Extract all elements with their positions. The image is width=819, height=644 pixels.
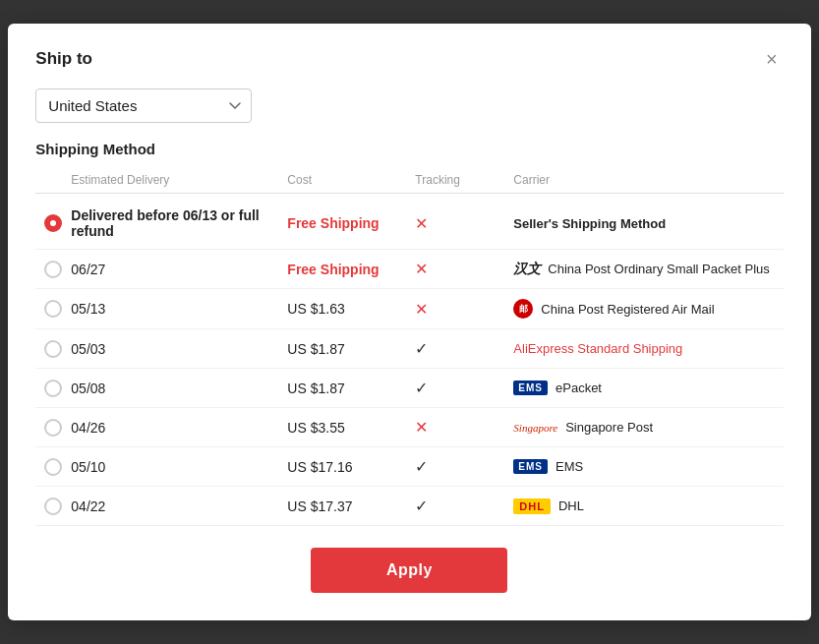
singapore-logo: Singapore (513, 422, 557, 434)
table-row[interactable]: 04/26US $3.55✕SingaporeSingapore Post (35, 408, 783, 447)
modal-header: Ship to × (35, 47, 783, 71)
cost-cell: Free Shipping (287, 215, 415, 231)
tracking-cell: ✕ (415, 300, 513, 319)
radio-cell (35, 214, 71, 232)
cost-cell: US $17.16 (287, 459, 415, 475)
tracking-check-icon: ✓ (415, 339, 428, 358)
col-carrier-header: Carrier (513, 173, 783, 187)
carrier-cell: SingaporeSingapore Post (513, 420, 783, 435)
tracking-cell: ✕ (415, 214, 513, 233)
carrier-cell: EMSePacket (513, 381, 783, 395)
table-row[interactable]: 04/22US $17.37✓DHLDHL (35, 487, 783, 526)
radio-button[interactable] (44, 380, 62, 397)
col-tracking-header: Tracking (415, 173, 513, 187)
cost-cell: US $17.37 (287, 498, 415, 514)
delivery-cell: 05/08 (71, 381, 287, 396)
carrier-name: China Post Registered Air Mail (541, 302, 714, 317)
col-cost-header: Cost (287, 173, 415, 187)
tracking-cell: ✕ (415, 418, 513, 437)
tracking-x-icon: ✕ (415, 300, 428, 319)
delivery-cell: Delivered before 06/13 or full refund (71, 207, 287, 239)
radio-button[interactable] (44, 214, 62, 232)
tracking-cell: ✓ (415, 457, 513, 476)
carrier-cell: DHLDHL (513, 498, 783, 514)
cost-cell: US $1.87 (287, 341, 415, 357)
carrier-name: Singapore Post (565, 420, 653, 435)
modal-overlay: Ship to × United States United Kingdom C… (0, 0, 819, 644)
radio-button[interactable] (44, 261, 62, 278)
carrier-name: ePacket (556, 381, 602, 395)
carrier-name: DHL (558, 498, 584, 513)
radio-cell (35, 340, 71, 358)
chinapost-logo: 邮 (513, 299, 533, 319)
delivery-cell: 05/03 (71, 341, 287, 357)
table-row[interactable]: 05/10US $17.16✓EMSEMS (35, 447, 783, 487)
carrier-name: Seller's Shipping Method (513, 216, 666, 231)
delivery-cell: 05/10 (71, 459, 287, 475)
radio-cell (35, 380, 71, 397)
shipping-rows-container: Delivered before 06/13 or full refundFre… (35, 198, 783, 526)
carrier-name: AliExpress Standard Shipping (513, 341, 682, 356)
tracking-x-icon: ✕ (415, 214, 428, 233)
table-row[interactable]: Delivered before 06/13 or full refundFre… (35, 198, 783, 250)
radio-cell (35, 498, 71, 515)
carrier-cell: EMSEMS (513, 459, 783, 474)
radio-cell (35, 419, 71, 437)
modal-title: Ship to (35, 49, 92, 69)
dhl-logo: DHL (513, 498, 551, 514)
carrier-name: China Post Ordinary Small Packet Plus (548, 262, 769, 276)
yanwen-logo: 汉文 (513, 261, 540, 278)
carrier-cell: 邮China Post Registered Air Mail (513, 299, 783, 319)
country-select[interactable]: United States United Kingdom Canada Aust… (35, 88, 252, 123)
tracking-check-icon: ✓ (415, 457, 428, 476)
cost-cell: Free Shipping (287, 262, 415, 277)
radio-cell (35, 261, 71, 278)
table-row[interactable]: 05/08US $1.87✓EMSePacket (35, 369, 783, 408)
radio-cell (35, 300, 71, 318)
delivery-cell: 05/13 (71, 301, 287, 317)
ems-logo: EMS (513, 459, 548, 474)
radio-button[interactable] (44, 458, 62, 476)
country-select-wrap: United States United Kingdom Canada Aust… (35, 88, 783, 123)
carrier-cell: AliExpress Standard Shipping (513, 341, 783, 356)
radio-cell (35, 458, 71, 476)
table-row[interactable]: 05/03US $1.87✓AliExpress Standard Shippi… (35, 329, 783, 369)
tracking-cell: ✓ (415, 497, 513, 515)
radio-button[interactable] (44, 340, 62, 358)
tracking-cell: ✓ (415, 339, 513, 358)
tracking-check-icon: ✓ (415, 379, 428, 397)
cost-cell: US $3.55 (287, 420, 415, 436)
radio-button[interactable] (44, 300, 62, 318)
ems-logo: EMS (513, 381, 548, 395)
cost-cell: US $1.87 (287, 381, 415, 396)
col-radio-header (35, 173, 71, 187)
delivery-cell: 06/27 (71, 262, 287, 277)
apply-button-wrap: Apply (35, 548, 783, 593)
delivery-cell: 04/22 (71, 498, 287, 514)
table-row[interactable]: 06/27Free Shipping✕汉文China Post Ordinary… (35, 250, 783, 289)
radio-button[interactable] (44, 419, 62, 437)
delivery-cell: 04/26 (71, 420, 287, 436)
tracking-x-icon: ✕ (415, 260, 428, 278)
table-header: Estimated Delivery Cost Tracking Carrier (35, 169, 783, 194)
shipping-method-title: Shipping Method (35, 141, 783, 157)
carrier-cell: Seller's Shipping Method (513, 216, 783, 231)
apply-button[interactable]: Apply (311, 548, 507, 593)
col-estimated-delivery-header: Estimated Delivery (71, 173, 287, 187)
close-button[interactable]: × (760, 47, 784, 71)
tracking-cell: ✓ (415, 379, 513, 397)
table-row[interactable]: 05/13US $1.63✕邮China Post Registered Air… (35, 289, 783, 329)
carrier-name: EMS (556, 459, 583, 474)
tracking-cell: ✕ (415, 260, 513, 278)
carrier-cell: 汉文China Post Ordinary Small Packet Plus (513, 261, 783, 278)
radio-button[interactable] (44, 498, 62, 515)
cost-cell: US $1.63 (287, 301, 415, 317)
ship-to-modal: Ship to × United States United Kingdom C… (8, 24, 810, 620)
tracking-check-icon: ✓ (415, 497, 428, 515)
tracking-x-icon: ✕ (415, 418, 428, 437)
